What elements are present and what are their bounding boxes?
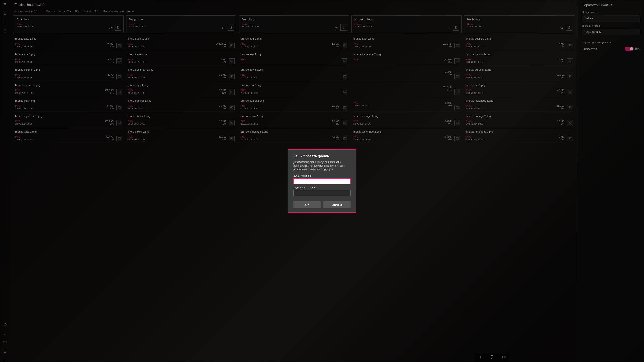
- password-label: Введите пароль:: [294, 174, 350, 177]
- modal-backdrop: Зашифровать файлы Добавляемые файлы буду…: [0, 0, 644, 362]
- cancel-button[interactable]: Отмена: [323, 201, 350, 208]
- confirm-password-input[interactable]: [294, 190, 350, 196]
- encrypt-dialog: Зашифровать файлы Добавляемые файлы буду…: [288, 149, 356, 212]
- dialog-title: Зашифровать файлы: [294, 154, 350, 158]
- password-input[interactable]: [294, 178, 350, 184]
- ok-button[interactable]: ОК: [294, 201, 321, 208]
- dialog-description: Добавляемые файлы будут зашифрованы паро…: [294, 160, 350, 171]
- confirm-password-label: Подтвердите пароль:: [294, 186, 350, 189]
